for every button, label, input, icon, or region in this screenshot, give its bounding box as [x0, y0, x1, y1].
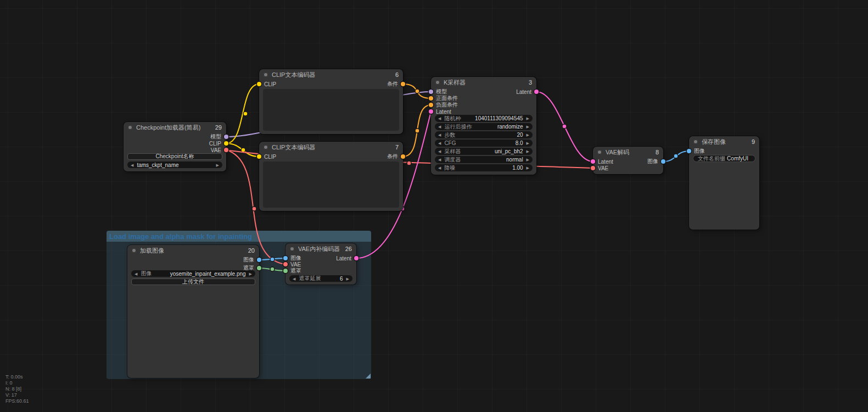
collapse-dot-icon[interactable]: [693, 140, 698, 144]
collapse-dot-icon[interactable]: [597, 150, 602, 154]
ksampler-title: K采样器: [444, 79, 466, 87]
decrement-arrow-icon[interactable]: ◀: [438, 158, 441, 162]
increment-arrow-icon[interactable]: ▶: [527, 116, 529, 120]
increment-arrow-icon[interactable]: ▶: [527, 133, 529, 137]
decrement-arrow-icon[interactable]: ◀: [438, 125, 441, 129]
widget-image-combo[interactable]: ◀图像yosemite_inpaint_example.png▶: [131, 270, 255, 277]
output-slot-latent: Latent: [336, 255, 356, 261]
collapse-dot-icon[interactable]: [132, 248, 136, 253]
collapse-dot-icon[interactable]: [264, 73, 268, 77]
increment-arrow-icon[interactable]: ▶: [527, 166, 529, 170]
increment-arrow-icon[interactable]: ▶: [527, 141, 529, 145]
slot-dot-image[interactable]: [257, 258, 261, 262]
widget-grow-mask-by[interactable]: ◀遮罩延展6▶: [289, 275, 352, 282]
output-slot-conditioning: 条件: [387, 81, 403, 87]
node-checkpoint-loader[interactable]: Checkpoint加载器(简易)29模型CLIPVAECheckpoint名称…: [124, 122, 226, 171]
widget-value: 1040111309094545: [475, 115, 523, 121]
slot-dot-mask[interactable]: [257, 266, 261, 270]
slot-dot-pixels[interactable]: [283, 256, 288, 260]
widget-label: 随机种: [444, 115, 461, 122]
increment-arrow-icon[interactable]: ▶: [249, 272, 252, 276]
collapse-dot-icon[interactable]: [435, 80, 440, 85]
decrement-arrow-icon[interactable]: ◀: [438, 141, 441, 145]
link-midpoint-dot: [243, 112, 248, 116]
increment-arrow-icon[interactable]: ▶: [527, 158, 529, 162]
node-save-image[interactable]: 保存图像9图像文件名前缀ComfyUI: [689, 136, 759, 230]
widget-denoise[interactable]: ◀降噪1.00▶: [435, 164, 533, 171]
slot-dot-model[interactable]: [429, 90, 433, 94]
widget-cfg[interactable]: ◀CFG8.0▶: [435, 140, 533, 147]
decrement-arrow-icon[interactable]: ◀: [438, 116, 441, 120]
widget-control-after-generate[interactable]: ◀运行后操作randomize▶: [435, 123, 533, 130]
slot-dot-positive[interactable]: [429, 96, 433, 101]
slot-dot-latent[interactable]: [591, 159, 595, 164]
decrement-arrow-icon[interactable]: ◀: [438, 149, 441, 153]
slot-label-image: 图像: [647, 158, 658, 165]
widget-ckpt-name-button[interactable]: Checkpoint名称: [127, 153, 222, 160]
slot-dot-conditioning[interactable]: [401, 154, 405, 159]
slot-dot-latent[interactable]: [354, 256, 359, 260]
widget-steps[interactable]: ◀步数20▶: [435, 131, 533, 138]
widget-label: 文件名前缀: [698, 155, 725, 162]
increment-arrow-icon[interactable]: ▶: [527, 149, 529, 153]
widget-value: normal: [506, 157, 523, 163]
slot-dot-model[interactable]: [224, 135, 228, 139]
increment-arrow-icon[interactable]: ▶: [216, 163, 219, 167]
slot-dot-clip[interactable]: [224, 141, 228, 146]
increment-arrow-icon[interactable]: ▶: [346, 277, 349, 281]
slot-dot-conditioning[interactable]: [401, 82, 405, 86]
slot-dot-latent[interactable]: [534, 90, 539, 94]
slot-label-mask: 遮罩: [290, 267, 301, 275]
node-titlebar: Checkpoint加载器(简易)29: [124, 122, 226, 133]
widget-filename-prefix[interactable]: 文件名前缀ComfyUI: [693, 155, 755, 162]
slot-dot-negative[interactable]: [429, 103, 433, 107]
widget-prompt-text[interactable]: [263, 89, 399, 131]
node-ksampler[interactable]: K采样器3模型正面条件负面条件LatentLatent◀随机种104011130…: [431, 77, 536, 175]
widget-prompt-text[interactable]: [263, 162, 399, 208]
decrement-arrow-icon[interactable]: ◀: [293, 277, 295, 281]
slot-dot-image[interactable]: [661, 159, 665, 164]
graph-canvas[interactable]: Load image and alpha mask for inpainting…: [0, 0, 868, 412]
widget-scheduler[interactable]: ◀调度器normal▶: [435, 156, 533, 163]
widget-sampler-name[interactable]: ◀采样器uni_pc_bh2▶: [435, 148, 533, 155]
group-resize-handle[interactable]: [366, 374, 371, 378]
collapse-dot-icon[interactable]: [264, 145, 268, 149]
widget-ckpt-name-combo[interactable]: ◀tams_ckpt_name▶: [127, 162, 222, 168]
node-load-image[interactable]: 加载图像20图像遮罩◀图像yosemite_inpaint_example.pn…: [127, 245, 259, 378]
slot-dot-images[interactable]: [687, 149, 691, 153]
node-titlebar: CLIP文本编码器7: [259, 142, 403, 153]
widget-upload-button[interactable]: 上传文件: [131, 279, 255, 285]
slot-label-conditioning: 条件: [387, 80, 398, 88]
node-vae-encode-inpaint[interactable]: VAE内补编码器26图像VAE遮罩Latent◀遮罩延展6▶: [285, 243, 356, 285]
slot-dot-vae[interactable]: [224, 148, 228, 152]
node-id-badge: 9: [748, 138, 755, 145]
collapse-dot-icon[interactable]: [128, 125, 132, 130]
clip-text-encode-positive-title: CLIP文本编码器: [272, 71, 315, 79]
slot-dot-latent-image[interactable]: [429, 109, 433, 114]
node-id-badge: 8: [652, 149, 659, 155]
decrement-arrow-icon[interactable]: ◀: [438, 166, 441, 170]
node-titlebar: 加载图像20: [127, 245, 259, 256]
group-header[interactable]: Load image and alpha mask for inpainting: [107, 231, 371, 242]
node-titlebar: K采样器3: [431, 77, 536, 88]
slot-dot-clip[interactable]: [257, 154, 261, 159]
slot-dot-clip[interactable]: [257, 82, 261, 86]
node-id-badge: 6: [392, 71, 399, 78]
slot-dot-vae[interactable]: [591, 166, 595, 170]
widget-value: 20: [517, 132, 523, 138]
collapse-dot-icon[interactable]: [290, 247, 294, 251]
slot-dot-vae[interactable]: [283, 262, 288, 266]
decrement-arrow-icon[interactable]: ◀: [135, 272, 137, 276]
node-id-badge: 29: [212, 124, 222, 131]
widget-label: CFG: [444, 140, 456, 146]
decrement-arrow-icon[interactable]: ◀: [438, 133, 441, 137]
decrement-arrow-icon[interactable]: ◀: [131, 163, 133, 167]
node-clip-text-encode-positive[interactable]: CLIP文本编码器6CLIP条件: [259, 69, 403, 134]
node-vae-decode[interactable]: VAE解码8LatentVAE图像: [593, 147, 663, 174]
node-clip-text-encode-negative[interactable]: CLIP文本编码器7CLIP条件: [259, 142, 403, 211]
widget-seed[interactable]: ◀随机种1040111309094545▶: [435, 115, 533, 122]
output-slot-latent: Latent: [516, 88, 536, 95]
slot-dot-mask[interactable]: [283, 269, 288, 273]
widget-value: uni_pc_bh2: [495, 148, 523, 154]
increment-arrow-icon[interactable]: ▶: [527, 125, 529, 129]
